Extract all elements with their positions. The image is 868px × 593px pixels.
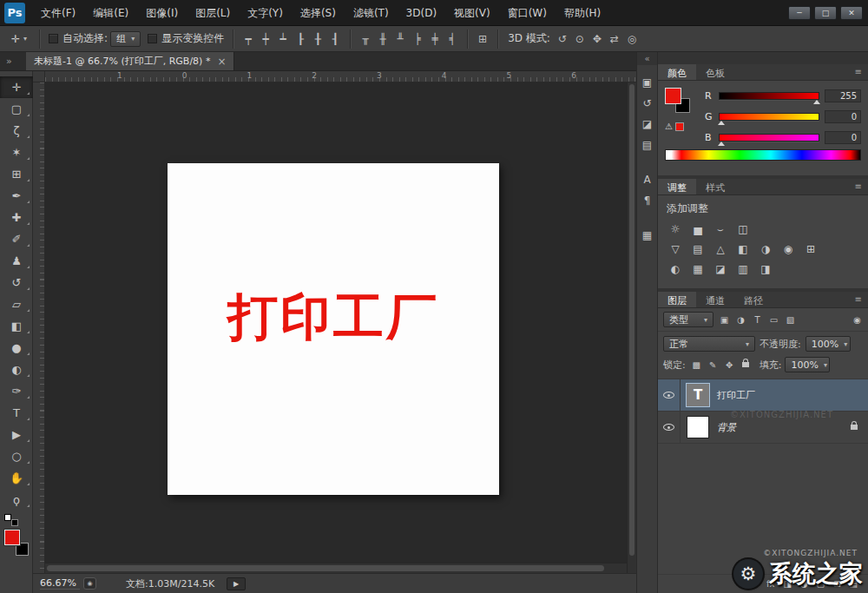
- show-transform-option[interactable]: 显示变换控件: [148, 31, 224, 46]
- distribute-bottom-edges-icon[interactable]: ╨: [391, 30, 409, 48]
- foreground-color-swatch[interactable]: [665, 88, 681, 104]
- auto-select-option[interactable]: 自动选择:: [49, 31, 108, 46]
- filter-shape-layers-icon[interactable]: ▭: [766, 313, 781, 326]
- move-tool[interactable]: ✛: [0, 76, 33, 98]
- hue-saturation-icon[interactable]: ▤: [688, 240, 707, 257]
- align-vertical-centers-icon[interactable]: ┿: [257, 30, 274, 48]
- auto-select-target-dropdown[interactable]: 组 ▾: [110, 31, 141, 47]
- lock-transparent-pixels-icon[interactable]: ▩: [689, 358, 704, 372]
- distribute-top-edges-icon[interactable]: ╥: [357, 30, 374, 48]
- brightness-contrast-icon[interactable]: ☼: [666, 221, 685, 237]
- auto-select-checkbox[interactable]: [49, 34, 58, 43]
- panel-menu-icon[interactable]: ≡: [849, 179, 868, 194]
- zoom-tool[interactable]: ϙ: [0, 489, 33, 511]
- document-canvas[interactable]: 打印工厂: [168, 163, 499, 495]
- auto-align-button[interactable]: ⊞: [474, 30, 491, 48]
- distribute-vertical-centers-icon[interactable]: ╫: [374, 30, 391, 48]
- zoom-level-field[interactable]: 66.67%: [40, 577, 80, 590]
- mini-bridge-panel-icon[interactable]: ▣: [636, 72, 658, 93]
- maximize-button[interactable]: □: [814, 6, 837, 20]
- paragraph-panel-icon[interactable]: ¶: [636, 190, 658, 211]
- tool-preset-button[interactable]: ✛ ▾: [5, 31, 33, 47]
- lock-image-pixels-icon[interactable]: ✎: [706, 358, 720, 372]
- foreground-color-swatch[interactable]: [4, 530, 20, 545]
- filter-pixel-layers-icon[interactable]: ▣: [717, 313, 732, 326]
- path-selection-tool[interactable]: ▶: [0, 424, 33, 445]
- lock-position-icon[interactable]: ✥: [722, 358, 737, 372]
- panel-tab[interactable]: 通道: [696, 292, 734, 307]
- menu-item[interactable]: 帮助(H): [556, 0, 609, 26]
- 3d-slide-icon[interactable]: ⇄: [606, 30, 623, 48]
- slider-marker[interactable]: [813, 100, 820, 104]
- menu-item[interactable]: 3D(D): [398, 0, 445, 26]
- menu-item[interactable]: 图层(L): [187, 0, 239, 26]
- layer-visibility-toggle[interactable]: [658, 412, 681, 443]
- menu-item[interactable]: 窗口(W): [499, 0, 556, 26]
- properties-panel-icon[interactable]: ◪: [636, 114, 658, 135]
- 3d-roll-icon[interactable]: ⊙: [571, 30, 589, 48]
- horizontal-scrollbar-thumb[interactable]: [47, 565, 604, 571]
- info-panel-icon[interactable]: ▤: [636, 135, 658, 155]
- filter-type-layers-icon[interactable]: T: [750, 313, 765, 326]
- slider-marker[interactable]: [718, 121, 725, 125]
- default-colors-icon[interactable]: [4, 514, 18, 526]
- character-panel-icon[interactable]: A: [636, 169, 658, 190]
- text-layer-thumbnail[interactable]: T: [687, 384, 709, 406]
- gamut-warning-icon[interactable]: ⚠: [665, 122, 673, 131]
- status-badge-icon[interactable]: ◉: [83, 577, 96, 590]
- layer-visibility-toggle[interactable]: [658, 379, 681, 411]
- slider-marker[interactable]: [718, 142, 725, 146]
- panel-tab[interactable]: 色板: [696, 64, 734, 80]
- healing-brush-tool[interactable]: ✚: [0, 207, 33, 228]
- align-left-edges-icon[interactable]: ┠: [292, 30, 309, 48]
- close-tab-icon[interactable]: ×: [217, 56, 226, 68]
- panel-menu-icon[interactable]: ≡: [849, 292, 868, 307]
- menu-item[interactable]: 滤镜(T): [345, 0, 398, 26]
- lasso-tool[interactable]: ζ: [0, 120, 33, 142]
- channel-slider[interactable]: [719, 113, 819, 121]
- threshold-icon[interactable]: ◪: [711, 260, 730, 277]
- 3d-drag-icon[interactable]: ✥: [589, 30, 606, 48]
- canvas-area[interactable]: 打印工厂: [45, 82, 627, 563]
- vertical-scrollbar[interactable]: [627, 82, 636, 573]
- menu-item[interactable]: 编辑(E): [84, 0, 137, 26]
- dodge-tool[interactable]: ◐: [0, 359, 33, 380]
- status-menu-arrow-icon[interactable]: ▶: [227, 577, 246, 590]
- gradient-tool[interactable]: ◧: [0, 315, 33, 337]
- vertical-scrollbar-thumb[interactable]: [629, 84, 635, 556]
- background-layer-thumbnail[interactable]: [687, 416, 709, 438]
- menu-item[interactable]: 文件(F): [32, 0, 84, 26]
- hand-tool[interactable]: ✋: [0, 467, 33, 489]
- eraser-tool[interactable]: ▱: [0, 293, 33, 315]
- filter-smart-objects-icon[interactable]: ▧: [783, 313, 798, 326]
- crop-tool[interactable]: ⊞: [0, 163, 33, 185]
- 3d-scale-icon[interactable]: ◎: [623, 30, 641, 48]
- channel-mixer-icon[interactable]: ◉: [779, 240, 798, 257]
- levels-icon[interactable]: ▅: [688, 221, 707, 237]
- channel-value-field[interactable]: 255: [825, 89, 861, 102]
- channel-value-field[interactable]: 0: [825, 110, 861, 123]
- channel-slider[interactable]: [719, 92, 819, 100]
- menu-item[interactable]: 选择(S): [292, 0, 345, 26]
- opacity-dropdown[interactable]: 100% ▾: [806, 336, 851, 352]
- history-panel-icon[interactable]: ↺: [636, 93, 658, 114]
- panel-tab[interactable]: 路径: [734, 292, 773, 307]
- layer-row-text[interactable]: T 打印工厂: [658, 379, 868, 412]
- panel-tab[interactable]: 调整: [658, 179, 696, 194]
- align-horizontal-centers-icon[interactable]: ╂: [309, 30, 326, 48]
- pen-tool[interactable]: ✑: [0, 380, 33, 402]
- panel-menu-icon[interactable]: ≡: [849, 64, 868, 80]
- minimize-button[interactable]: ─: [788, 6, 811, 20]
- curves-icon[interactable]: ⌣: [711, 221, 730, 237]
- selective-color-icon[interactable]: ◨: [756, 260, 775, 277]
- color-spectrum-bar[interactable]: [665, 149, 861, 161]
- channel-slider[interactable]: [719, 134, 819, 142]
- collapse-toolbar-icon[interactable]: »: [0, 52, 26, 70]
- 3d-rotate-icon[interactable]: ↺: [554, 30, 571, 48]
- distribute-horizontal-centers-icon[interactable]: ╪: [426, 30, 444, 48]
- posterize-icon[interactable]: ▦: [688, 260, 707, 277]
- align-top-edges-icon[interactable]: ┯: [240, 30, 257, 48]
- color-balance-icon[interactable]: △: [711, 240, 730, 257]
- panel-tab[interactable]: 样式: [696, 179, 734, 194]
- eyedropper-tool[interactable]: ✒: [0, 185, 33, 207]
